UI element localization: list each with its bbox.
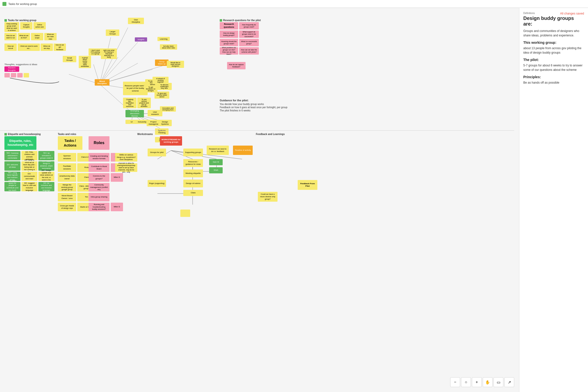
node-mixed-discipline[interactable]: Mixed Discipline bbox=[95, 79, 110, 86]
sticky-groups-pilot[interactable]: Groups for pilot bbox=[148, 148, 166, 156]
sticky-smes[interactable]: SMEs on various things e.g. mural/miro? … bbox=[115, 153, 137, 162]
sticky-intra-group[interactable]: Intra-group sharing bbox=[89, 193, 110, 202]
sticky-roles[interactable]: Roles bbox=[89, 136, 110, 150]
sticky-feedback-pilot[interactable]: Feedback From Pilot bbox=[298, 180, 317, 190]
canvas-controls: − ○ + ✋ ▭ ↗ bbox=[450, 377, 514, 387]
sticky-shah[interactable]: Shah bbox=[209, 167, 223, 174]
sticky-task5[interactable]: What do we do first? bbox=[18, 33, 30, 40]
sticky-roger[interactable]: Roger (supporting) bbox=[148, 180, 166, 187]
sticky-mural-owner[interactable]: Mural Board Owner / smo bbox=[58, 193, 76, 202]
sticky-task6[interactable]: Define scope bbox=[31, 33, 43, 40]
sticky-clara-ws[interactable]: Clara bbox=[183, 190, 203, 196]
sticky-rq2[interactable]: How frequently do groups meet? bbox=[239, 22, 259, 30]
sticky-running[interactable]: Running and troubleshooting buddy sessio… bbox=[89, 203, 110, 211]
sticky-research-heading[interactable]: Research questions bbox=[220, 22, 238, 30]
node-irl[interactable]: irl ahead of working together bbox=[153, 77, 169, 84]
sticky-mange[interactable]: Mange the working group google group bbox=[58, 183, 76, 192]
sticky-sam-m[interactable]: Sam M bbox=[209, 159, 223, 165]
sticky-resources[interactable]: Resources / guidance for meas bbox=[183, 159, 203, 167]
sticky-timeline[interactable]: Timeline of activity bbox=[233, 146, 253, 155]
sticky-pink1[interactable] bbox=[5, 73, 10, 78]
sticky-rq5[interactable]: What is a successful group? bbox=[239, 39, 259, 46]
buddy-groups-desc: Groups and communities of designers who … bbox=[523, 29, 584, 38]
pilot-desc: 5-7 groups for about 6 weeks to try to a… bbox=[523, 63, 584, 72]
sticky-facilitate[interactable]: Facilitate sessions bbox=[58, 163, 76, 172]
section-thoughts-label: Thoughts, suggestions & ideas bbox=[5, 63, 38, 66]
sticky-rq8[interactable]: How do we capture feedback? bbox=[227, 62, 246, 69]
node-mm3[interactable]: right now what I'm hoping is that peer l… bbox=[101, 48, 117, 59]
node-videos[interactable]: To see various projects and put up activ… bbox=[137, 98, 151, 108]
select-tool-button[interactable]: ▭ bbox=[493, 377, 503, 387]
sticky-rq4[interactable]: Hovering should the groups meet? bbox=[220, 39, 238, 46]
node-design-systems[interactable]: Design Systems bbox=[158, 120, 172, 126]
sticky-comms[interactable]: Comms to the groups? bbox=[89, 173, 110, 182]
sticky-tasks-actions[interactable]: Tasks / Actions bbox=[58, 136, 83, 150]
sticky-pink2[interactable] bbox=[11, 73, 16, 78]
sticky-sponsor[interactable]: Sponsor sessions bbox=[58, 153, 76, 162]
pan-tool-button[interactable]: ✋ bbox=[483, 377, 492, 387]
sticky-community[interactable]: Community management (conflict etc) bbox=[89, 183, 110, 192]
sticky-communicate[interactable]: DO: communicate and react bbox=[22, 172, 38, 181]
sticky-task11[interactable]: how do we get feedback bbox=[54, 44, 66, 51]
zoom-in-button[interactable]: + bbox=[472, 377, 482, 387]
sticky-blank1[interactable] bbox=[180, 210, 190, 217]
node-systems-thinking[interactable]: Systems Thinking bbox=[155, 128, 169, 135]
sticky-rq3[interactable]: What support do groups need to be succes… bbox=[239, 30, 259, 38]
section-icon bbox=[5, 19, 7, 22]
node-mm1[interactable]: a group which works might have similarit… bbox=[79, 56, 91, 68]
node-group-makeup[interactable]: Group Make-up bbox=[155, 60, 169, 66]
sticky-contribute-mural[interactable]: Contribute to Mural Board bbox=[89, 163, 110, 172]
node-own-discipline[interactable]: Own Discipline bbox=[128, 18, 144, 24]
node-small-groups[interactable]: Small Groups bbox=[63, 56, 76, 62]
main-canvas[interactable]: Tasks for working group Keep working gro… bbox=[0, 8, 588, 392]
sticky-mike-g2[interactable]: Mike G bbox=[111, 203, 123, 211]
sticky-rq1[interactable]: How do design buddy groups? bbox=[220, 30, 238, 38]
sticky-smartsurvey[interactable]: smartsurvey data owner bbox=[58, 173, 76, 182]
sticky-suggest[interactable]: DO: suggest how to: and use inclusive la… bbox=[22, 182, 38, 191]
sticky-design-crit[interactable]: Design crit advice bbox=[183, 180, 203, 188]
sticky-task9[interactable]: I think we need to work out... bbox=[18, 44, 40, 51]
sticky-task3[interactable]: Define active care bbox=[34, 22, 46, 30]
sticky-task7[interactable]: What are the main risks bbox=[44, 33, 57, 40]
sticky-etiquette-main[interactable]: Etiquette, rules, housekeeping, etc bbox=[5, 136, 37, 150]
sticky-research-need[interactable]: Research we need to do i.e. feedback bbox=[207, 146, 229, 155]
node-mm2[interactable]: I don't mind if it's pairing or a group bbox=[89, 48, 102, 56]
sticky-mike-g[interactable]: Mike G bbox=[111, 173, 123, 182]
sticky-cross-gov[interactable]: Cross-gov heads of design reps bbox=[58, 203, 76, 211]
sticky-emerging[interactable]: Emerging discussion themes bbox=[126, 110, 144, 117]
node-innovation[interactable]: Innovation and emerging form bbox=[160, 106, 176, 112]
sticky-task4[interactable]: How do we want to run bbox=[5, 33, 17, 40]
sticky-task10[interactable]: When do we stop bbox=[41, 44, 53, 51]
node-learning[interactable]: Learning bbox=[158, 37, 170, 41]
node-creativity[interactable]: Creativity tips, inspiration and resourc… bbox=[123, 98, 137, 108]
sticky-y1[interactable] bbox=[24, 73, 29, 78]
node-also-learn[interactable]: but also learn about other roles bbox=[160, 44, 177, 50]
sticky-unmuted[interactable]: TRY: be unmuted in groups under 8 bbox=[38, 151, 54, 160]
sticky-pink3[interactable] bbox=[17, 73, 23, 78]
sticky-inclusive[interactable]: DO: be inclusive and use inclusive langu… bbox=[38, 182, 54, 191]
buddy-groups-heading: Design buddy groups are: bbox=[523, 16, 584, 27]
sticky-neuro[interactable]: Could we have a neuro diverse only group… bbox=[258, 192, 278, 202]
zoom-out-button[interactable]: − bbox=[450, 377, 460, 387]
sticky-task2[interactable]: Capture thoughts bbox=[20, 22, 33, 30]
node-get-ahead[interactable]: To give and receive better advice bbox=[155, 92, 169, 98]
node-insights[interactable]: Insights bbox=[135, 38, 147, 42]
sticky-rq7[interactable]: How can we take the scheme with pilots? bbox=[239, 47, 259, 54]
sticky-creating[interactable]: Creating and iterating session formats bbox=[89, 153, 110, 162]
sticky-make-space[interactable]: DO: make space for people to contribute … bbox=[5, 182, 21, 191]
sticky-workstreams-main[interactable]: WORKSTREAMS for working groups bbox=[160, 136, 182, 146]
sticky-supporting-groups[interactable]: Supporting groups bbox=[183, 148, 203, 156]
sticky-meeting-etiquette[interactable]: Meeting etiquette bbox=[183, 170, 203, 177]
sticky-rq6[interactable]: What problems do groups run into? How ca… bbox=[220, 47, 238, 54]
sticky-cameras[interactable]: TRY: Cameras welcomed if comfortable bbox=[5, 151, 21, 160]
sticky-welcome-ideas[interactable]: DO: welcome all ideas bbox=[5, 161, 21, 171]
sticky-random-thoughts[interactable]: Random thoughts bbox=[5, 66, 19, 72]
sticky-channels[interactable]: channels to allow for sharing/workshops/… bbox=[115, 163, 137, 172]
sticky-mind-we-have[interactable]: DO: keep in mind we at have day jobs - b… bbox=[22, 161, 38, 171]
sticky-task8[interactable]: How we recruit bbox=[5, 44, 17, 51]
node-larger-groups[interactable]: Larger Groups bbox=[106, 30, 119, 36]
sticky-task1[interactable]: Keep working group small - what we want … bbox=[5, 22, 19, 32]
sticky-always-update[interactable]: DO: always update and close actions at t… bbox=[38, 172, 54, 181]
node-meet-service[interactable]: Would like to meet service designers bbox=[167, 61, 184, 68]
cursor-tool-button[interactable]: ↗ bbox=[504, 377, 514, 387]
